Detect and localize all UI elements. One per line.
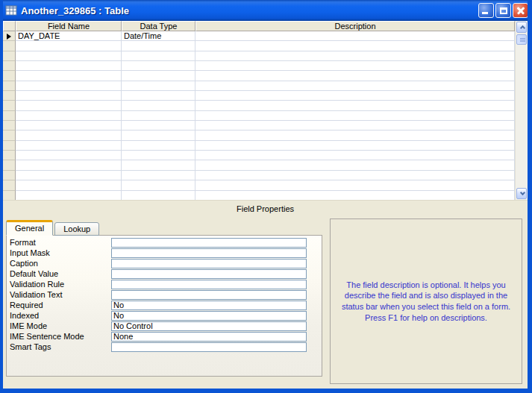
description-cell[interactable] [195, 180, 515, 190]
data-type-cell[interactable] [122, 171, 195, 180]
row-selector[interactable] [3, 111, 16, 121]
row-selector[interactable] [3, 131, 16, 140]
scrollbar-track[interactable] [516, 45, 528, 187]
scrollbar-thumb[interactable] [516, 34, 527, 45]
property-value-input[interactable]: No Control [111, 321, 307, 331]
description-cell[interactable] [195, 91, 515, 101]
data-type-cell[interactable] [122, 160, 195, 170]
field-name-cell[interactable]: DAY_DATE [16, 31, 122, 41]
field-name-cell[interactable] [16, 191, 122, 201]
field-grid: Field Name Data Type Description DAY_DAT… [3, 21, 515, 200]
description-cell[interactable] [195, 160, 515, 170]
description-cell[interactable] [195, 131, 515, 140]
data-type-cell[interactable] [122, 180, 195, 190]
row-selector[interactable] [3, 41, 16, 51]
property-label: Format [10, 238, 111, 248]
field-name-cell[interactable] [16, 121, 122, 131]
property-value-input[interactable] [111, 290, 307, 300]
description-cell[interactable] [195, 81, 515, 91]
row-selector[interactable] [3, 61, 16, 71]
property-value-input[interactable] [111, 259, 307, 268]
scroll-up-button[interactable] [516, 22, 527, 33]
data-type-cell[interactable] [122, 51, 195, 61]
row-selector[interactable] [3, 180, 16, 190]
tab-general[interactable]: General [6, 220, 53, 236]
data-type-cell[interactable] [122, 111, 195, 121]
tab-lookup[interactable]: Lookup [54, 222, 99, 236]
close-button[interactable] [513, 3, 528, 18]
description-cell[interactable] [195, 101, 515, 110]
data-type-cell[interactable] [122, 41, 195, 51]
description-cell[interactable] [195, 41, 515, 51]
data-type-cell[interactable] [122, 71, 195, 81]
table-row [3, 91, 515, 101]
property-tabs: General Lookup [6, 220, 99, 236]
data-type-cell[interactable] [122, 91, 195, 101]
field-name-cell[interactable] [16, 131, 122, 140]
data-type-cell[interactable] [122, 131, 195, 140]
data-type-cell[interactable] [122, 101, 195, 110]
field-name-cell[interactable] [16, 171, 122, 180]
field-name-cell[interactable] [16, 101, 122, 110]
row-selector[interactable] [3, 121, 16, 131]
minimize-button[interactable] [478, 3, 494, 18]
property-value-input[interactable]: No [111, 301, 307, 310]
description-cell[interactable] [195, 151, 515, 160]
field-name-cell[interactable] [16, 151, 122, 160]
field-name-cell[interactable] [16, 51, 122, 61]
row-selector[interactable] [3, 51, 16, 61]
property-value-input[interactable] [111, 280, 307, 289]
description-cell[interactable] [195, 51, 515, 61]
data-type-cell[interactable] [122, 61, 195, 71]
description-cell[interactable] [195, 111, 515, 121]
scroll-down-button[interactable] [516, 188, 527, 199]
vertical-scrollbar[interactable] [515, 21, 528, 200]
property-value-input[interactable] [111, 269, 307, 279]
data-type-cell[interactable] [122, 191, 195, 201]
data-type-cell[interactable] [122, 81, 195, 91]
property-value-input[interactable] [111, 342, 307, 352]
row-selector[interactable] [3, 191, 16, 201]
row-selector[interactable] [3, 160, 16, 170]
description-cell[interactable] [195, 141, 515, 151]
table-icon [5, 4, 17, 16]
row-selector[interactable] [3, 141, 16, 151]
description-cell[interactable] [195, 121, 515, 131]
description-cell[interactable] [195, 61, 515, 71]
property-value-input[interactable] [111, 248, 307, 258]
row-selector[interactable] [3, 171, 16, 180]
field-name-cell[interactable] [16, 81, 122, 91]
property-row: RequiredNo [7, 300, 322, 310]
data-type-cell[interactable] [122, 141, 195, 151]
title-bar[interactable]: Another_329865 : Table [0, 0, 532, 21]
description-cell[interactable] [195, 31, 515, 41]
field-name-cell[interactable] [16, 71, 122, 81]
property-value-input[interactable]: None [111, 332, 307, 342]
row-selector[interactable] [3, 71, 16, 81]
field-name-cell[interactable] [16, 91, 122, 101]
row-selector[interactable] [3, 91, 16, 101]
field-name-cell[interactable] [16, 41, 122, 51]
row-selector[interactable] [3, 81, 16, 91]
description-cell[interactable] [195, 171, 515, 180]
data-type-cell[interactable] [122, 151, 195, 160]
description-cell[interactable] [195, 191, 515, 201]
table-row [3, 81, 515, 91]
maximize-button[interactable] [495, 3, 511, 18]
data-type-cell[interactable]: Date/Time [122, 31, 195, 41]
property-value-input[interactable]: No [111, 311, 307, 321]
field-name-cell[interactable] [16, 180, 122, 190]
field-name-cell[interactable] [16, 111, 122, 121]
property-label: Smart Tags [10, 342, 111, 352]
row-selector[interactable] [3, 101, 16, 110]
help-text: The field description is optional. It he… [335, 280, 517, 323]
description-cell[interactable] [195, 71, 515, 81]
field-name-cell[interactable] [16, 141, 122, 151]
row-selector[interactable] [3, 31, 16, 41]
property-row: Caption [7, 258, 322, 268]
property-value-input[interactable] [111, 238, 307, 248]
field-name-cell[interactable] [16, 160, 122, 170]
data-type-cell[interactable] [122, 121, 195, 131]
field-name-cell[interactable] [16, 61, 122, 71]
row-selector[interactable] [3, 151, 16, 160]
